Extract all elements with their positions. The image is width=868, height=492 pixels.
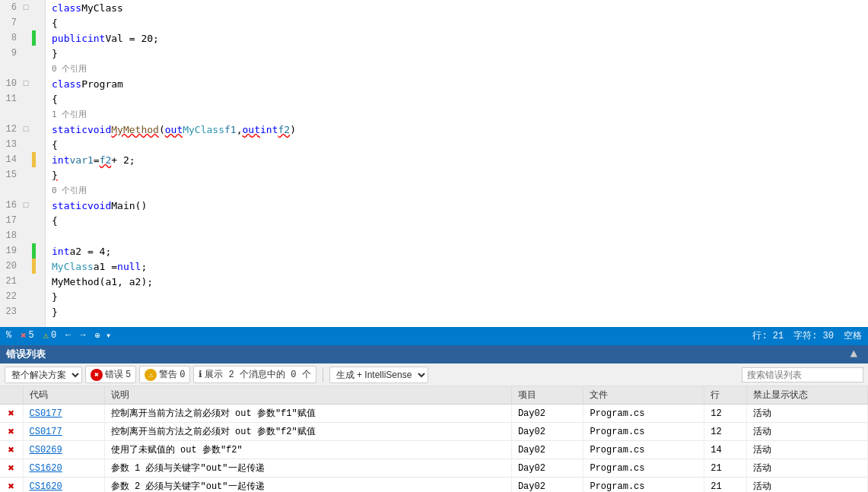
line-number: 6 xyxy=(0,2,20,13)
code-token: void xyxy=(87,200,111,211)
code-token: a2 = 4; xyxy=(69,246,111,257)
collapse-button[interactable]: □ xyxy=(20,201,32,210)
code-token: out xyxy=(243,124,260,135)
error-file-cell: Program.cs xyxy=(583,459,704,478)
code-line: class MyClass xyxy=(52,0,868,15)
line-gutter: 6□78910□1112□13141516□17181920212223 xyxy=(0,0,46,327)
line-number: 20 xyxy=(0,261,20,271)
code-token: 1 个引用 xyxy=(52,109,87,120)
warning-filter-count: 0 xyxy=(180,370,185,380)
error-desc-cell: 控制离开当前方法之前必须对 out 参数"f1"赋值 xyxy=(104,405,511,423)
code-line: { xyxy=(52,91,868,106)
change-indicator xyxy=(32,61,36,76)
code-token: class xyxy=(52,78,81,90)
error-code-cell: CS0177 xyxy=(23,423,104,441)
line-number: 21 xyxy=(0,276,20,287)
code-token: public xyxy=(52,33,87,44)
table-row[interactable]: ✖CS1620参数 1 必须与关键字"out"一起传递Day02Program.… xyxy=(0,459,868,478)
error-code-link[interactable]: CS0177 xyxy=(30,408,62,419)
table-row[interactable]: ✖CS0177控制离开当前方法之前必须对 out 参数"f2"赋值Day02Pr… xyxy=(0,423,868,441)
code-lines[interactable]: class MyClass { public int Val = 20; } 0… xyxy=(46,0,868,327)
code-token: ; xyxy=(141,261,147,272)
error-code-link[interactable]: CS0269 xyxy=(30,445,62,455)
code-line: public int Val = 20; xyxy=(52,30,868,46)
error-table: 代码 说明 项目 文件 行 禁止显示状态 ✖CS0177控制离开当前方法之前必须… xyxy=(0,386,868,492)
col-project-header[interactable]: 项目 xyxy=(511,386,583,405)
error-code-cell: CS0177 xyxy=(23,405,104,423)
code-line: 0 个引用 xyxy=(52,61,868,76)
code-token: , xyxy=(237,124,243,135)
scope-dropdown[interactable]: 整个解决方案 xyxy=(5,367,82,383)
col-status-header[interactable]: 禁止显示状态 xyxy=(747,386,868,405)
error-search-input[interactable] xyxy=(742,367,863,382)
error-row-icon: ✖ xyxy=(0,405,23,423)
line-number: 15 xyxy=(0,170,20,180)
error-filter-icon: ✖ xyxy=(91,369,103,381)
code-editor[interactable]: 6□78910□1112□13141516□17181920212223 cla… xyxy=(0,0,868,327)
error-code-link[interactable]: CS1620 xyxy=(30,463,62,474)
col-line-header[interactable]: 行 xyxy=(704,386,747,405)
nav-dropdown-icon: ⊕ ▾ xyxy=(94,330,111,341)
build-dropdown[interactable]: 生成 + IntelliSense xyxy=(329,367,428,383)
code-token: } xyxy=(52,291,58,303)
error-line-cell: 21 xyxy=(704,478,747,493)
col-code-header[interactable]: 代码 xyxy=(23,386,104,405)
line-number: 12 xyxy=(0,124,20,135)
gutter-line: 15 xyxy=(0,167,45,183)
gutter-line: 23 xyxy=(0,304,45,319)
line-number: 22 xyxy=(0,291,20,302)
error-desc-cell: 参数 1 必须与关键字"out"一起传递 xyxy=(104,459,511,478)
col-desc-header[interactable]: 说明 xyxy=(104,386,511,405)
code-line: { xyxy=(52,15,868,30)
table-row[interactable]: ✖CS1620参数 2 必须与关键字"out"一起传递Day02Program.… xyxy=(0,478,868,493)
nav-back-btn[interactable]: ← xyxy=(65,330,71,341)
code-token: a1 = xyxy=(94,261,117,272)
code-token: class xyxy=(52,2,81,14)
change-indicator xyxy=(32,76,36,91)
line-number: 11 xyxy=(0,94,20,104)
code-token: var1 xyxy=(69,154,93,166)
col-position: 字符: 30 xyxy=(793,329,834,342)
warning-filter-label: 警告 xyxy=(159,368,177,381)
nav-dropdown-btn[interactable]: ⊕ ▾ xyxy=(94,330,111,341)
gutter-line: 9 xyxy=(0,46,45,61)
code-token: { xyxy=(52,94,58,105)
error-status-cell: 活动 xyxy=(747,478,868,493)
gutter-line: 14 xyxy=(0,152,45,167)
table-row[interactable]: ✖CS0177控制离开当前方法之前必须对 out 参数"f1"赋值Day02Pr… xyxy=(0,405,868,423)
code-token: Program xyxy=(81,78,123,90)
panel-close-btn[interactable]: ▲ xyxy=(845,348,862,361)
error-row-icon: ✖ xyxy=(0,441,23,459)
error-code-link[interactable]: CS0177 xyxy=(30,427,62,437)
nav-fwd-btn[interactable]: → xyxy=(80,330,85,341)
collapse-button[interactable]: □ xyxy=(20,125,32,134)
gutter-line: 18 xyxy=(0,228,45,243)
panel-title: 错误列表 xyxy=(6,348,46,361)
warning-filter-btn[interactable]: ⚠ 警告 0 xyxy=(139,366,190,383)
gutter-line: 22 xyxy=(0,289,45,304)
error-list-panel: 错误列表 ▲ 整个解决方案 ✖ 错误 5 ⚠ 警告 0 ℹ 展示 2 个消息中的… xyxy=(0,344,868,492)
col-file-header[interactable]: 文件 xyxy=(583,386,704,405)
code-token: f1 xyxy=(224,124,237,135)
gutter-line: 16□ xyxy=(0,198,45,213)
collapse-button[interactable]: □ xyxy=(20,3,32,12)
line-number: 19 xyxy=(0,246,20,256)
error-filter-btn[interactable]: ✖ 错误 5 xyxy=(85,366,136,383)
error-code-link[interactable]: CS1620 xyxy=(30,481,62,492)
line-number: 23 xyxy=(0,306,20,317)
code-line: int var1 = f2 + 2; xyxy=(52,152,868,167)
message-filter-btn[interactable]: ℹ 展示 2 个消息中的 0 个 xyxy=(193,366,316,383)
error-status-cell: 活动 xyxy=(747,441,868,459)
change-indicator xyxy=(32,243,36,259)
table-row[interactable]: ✖CS0269使用了未赋值的 out 参数"f2"Day02Program.cs… xyxy=(0,441,868,459)
code-line: } xyxy=(52,304,868,319)
gutter-line xyxy=(0,106,45,122)
code-token: null xyxy=(117,261,141,272)
code-token: int xyxy=(87,33,105,44)
line-number: 18 xyxy=(0,230,20,241)
gutter-line: 20 xyxy=(0,259,45,274)
error-status-icon: ✖ xyxy=(21,330,26,341)
change-indicator xyxy=(32,183,36,198)
error-line-cell: 12 xyxy=(704,405,747,423)
collapse-button[interactable]: □ xyxy=(20,79,32,88)
